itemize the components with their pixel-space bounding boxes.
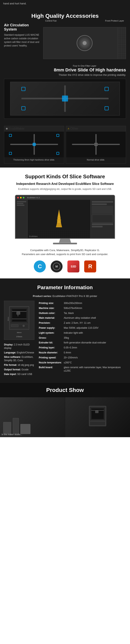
svg-marker-2 <box>56 223 62 227</box>
drive-title: 8mm Drive Slide Of High hardness <box>4 68 126 72</box>
monitor-screen: EcubWare V1.3 <box>15 195 115 239</box>
printer-dims: 379mm <box>6 336 32 338</box>
product-show-title: Product Show <box>4 387 126 393</box>
svg-rect-25 <box>95 411 98 413</box>
panel-row-2 <box>92 204 107 205</box>
comp2-badge-label: Other <box>70 127 78 130</box>
drive-image <box>4 79 126 119</box>
comp2-badge: ⚠ Other <box>66 126 126 132</box>
spec-value-10: 0.4mm <box>63 350 126 355</box>
compatible-text: Compatible with Cura, Makerware, Simplif… <box>4 248 126 257</box>
slice-section: Support Kinds Of Slice Software Independ… <box>0 168 130 278</box>
panel-row-3 <box>92 224 113 225</box>
panel-row-1 <box>92 201 113 203</box>
spec-row-3: Main material:Aluminum alloy oxidation s… <box>38 316 126 320</box>
specs-table: Printing size:300x200x200mmMachine size:… <box>38 301 126 373</box>
intro-section: hand and hurt hand. <box>0 0 130 9</box>
hqa-section: High Quality Accessories Air Circulation… <box>0 9 130 126</box>
language-label: Language: <box>4 351 17 354</box>
air-circulation-block: Air Circulation System Standard equipped… <box>4 23 126 64</box>
output-format-label: Output format: <box>4 368 21 371</box>
comp1-corner-bl <box>9 152 12 155</box>
language-value: English/Chinese <box>17 351 34 354</box>
param-title: Parameter Information <box>4 284 126 290</box>
show-caption-left: In the maker studio... <box>2 433 22 436</box>
product-show-printer-icon <box>88 403 108 431</box>
spec-value-11: 20~150mm/s <box>63 355 126 360</box>
comp1-label: Thickening 8mm high hardness drive slide… <box>4 157 64 163</box>
spec-row-11: Printing speed:20~150mm/s <box>38 355 126 360</box>
software-logos: C M S3D R <box>4 260 126 272</box>
drive-header: 8mm Drive Slide Of High hardness Thicker… <box>4 68 126 76</box>
intro-text: hand and hurt hand. <box>3 2 26 5</box>
svg-rect-27 <box>90 422 105 426</box>
svg-point-18 <box>23 325 25 327</box>
param-content: 506mm 454mm 379mm Display: 2.3 inch OLED… <box>4 301 126 377</box>
comparison-item-ecub: ▣ EcubMaker Thickening 8mm high hardness… <box>4 126 64 164</box>
spec-label-3: Main material: <box>38 316 63 320</box>
product-show-section: Product Show In the maker studio... <box>0 383 130 437</box>
drive-header-block: 8mm Drive Slide Of High hardness Thicker… <box>4 68 126 119</box>
date-input-value: SD card/ USB <box>17 373 32 376</box>
comp2-label: Normal drive slide. <box>66 157 126 163</box>
simplify3d-logo: S3D <box>67 260 79 272</box>
svg-text:454mm: 454mm <box>8 317 9 321</box>
svg-rect-11 <box>12 309 26 322</box>
front-protect-label: Front Protect Layer <box>105 20 124 22</box>
spec-row-12: Nozzle temperature:≤260°C <box>38 360 126 365</box>
drive-image-inner <box>10 82 119 115</box>
spec-label-13: Build board: <box>38 365 63 373</box>
center-piece <box>62 96 68 102</box>
spec-row-1: Machine size:506x379x454mm <box>38 306 126 311</box>
spec-label-6: Light system: <box>38 330 63 336</box>
spec-row-4: Precision:Z axis: 2.5um, XY: 11 um <box>38 320 126 326</box>
spec-slice-sw: Slice software: EcubWare, Simplify 3D, C… <box>4 356 34 362</box>
screen-ecubware-label: EcubWare <box>29 235 38 237</box>
cura-icon: C <box>38 263 42 270</box>
monitor-stand <box>59 239 71 243</box>
param-specs-right: Printing size:300x200x200mmMachine size:… <box>38 301 126 373</box>
makerware-logo: M <box>51 260 63 272</box>
comp1-corner-br <box>56 152 59 155</box>
air-desc: Standard equipped LUG MACNE active carbo… <box>4 33 40 48</box>
param-printer-img: 506mm 454mm 379mm Display: 2.3 inch OLED… <box>4 301 34 377</box>
spec-label-12: Nozzle temperature: <box>38 360 63 365</box>
spec-value-9: 0.05–0.3mm <box>63 345 126 350</box>
comparison-item-other: ⚠ Other Normal drive slide. <box>66 126 126 164</box>
spec-label-4: Precision: <box>38 320 63 326</box>
param-product-series: Product series: EcubMaker-FANTASY Pro II… <box>4 294 126 298</box>
screen-version-label: EcubWare V1.3 <box>27 197 40 199</box>
hqa-title: High Quality Accessories <box>4 13 126 19</box>
dot-yellow <box>20 197 22 198</box>
filter-layer-label: Four In One Filter Layer <box>73 64 96 67</box>
product-show-images: In the maker studio... <box>0 397 130 437</box>
slice-subtitle: Independent Research And Developed EcubW… <box>4 182 126 186</box>
product-show-header: Product Show <box>0 383 130 397</box>
drive-desc: Thicker the XYZ drive slide to improve t… <box>4 74 126 76</box>
spec-date-input: Date input: SD card/ USB <box>4 372 34 376</box>
monitor-base <box>53 243 77 244</box>
dot-red <box>17 197 19 198</box>
dot-green <box>23 197 24 198</box>
comp2-rail-v <box>95 134 97 155</box>
comp2-image <box>66 132 126 157</box>
screen-panel <box>90 200 114 238</box>
comparison-row: ▣ EcubMaker Thickening 8mm high hardness… <box>4 126 126 164</box>
spec-value-5: Max 500W, adjustable 110-220V <box>63 326 126 330</box>
date-input-label: Date input: <box>4 373 17 376</box>
monitor: EcubWare V1.3 <box>15 195 115 244</box>
spec-display: Display: 2.3 inch OLED display <box>4 343 34 350</box>
replicatorg-logo: R <box>84 260 96 272</box>
makerware-icon: M <box>53 262 61 270</box>
spec-label-10: Nozzle diameter: <box>38 350 63 355</box>
spec-value-7: 35kg <box>63 336 126 340</box>
fan-circle <box>77 35 93 51</box>
spec-output-format: Output format: Gcode <box>4 368 34 371</box>
spec-value-13: glass ceramic with nanometer layer, Max … <box>63 365 126 373</box>
spec-row-5: Power supply:Max 500W, adjustable 110-22… <box>38 326 126 330</box>
fan-diagram: Control Fan Front Protect Layer Four In … <box>43 23 126 64</box>
comp1-badge-label: EcubMaker <box>9 127 25 130</box>
control-fan-label: Control Fan <box>45 20 57 22</box>
spec-label-8: Extruder kit: <box>38 340 63 345</box>
svg-rect-24 <box>91 408 104 419</box>
